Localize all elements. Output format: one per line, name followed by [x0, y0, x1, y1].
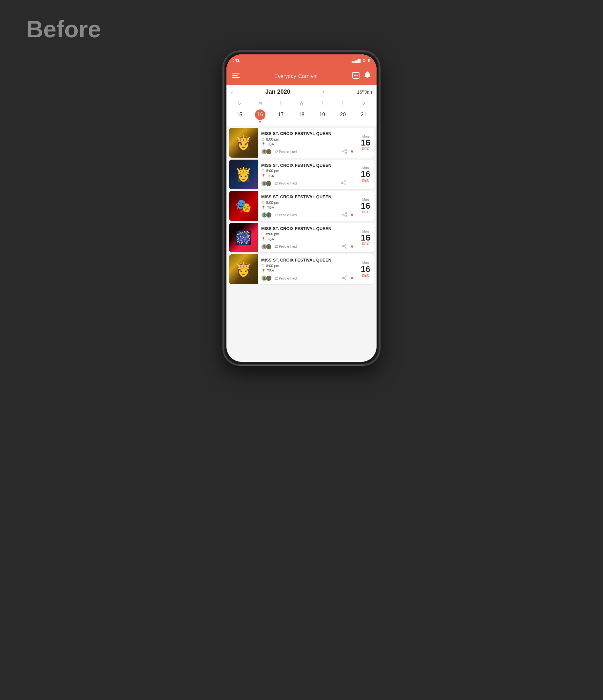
svg-rect-2 — [232, 77, 240, 78]
clock-icon-2: ⏱ — [261, 169, 265, 173]
svg-point-33 — [345, 279, 347, 280]
prev-month-button[interactable]: ‹ — [231, 89, 233, 95]
svg-rect-8 — [355, 75, 356, 76]
likes-text-3: 12 People liked — [274, 213, 297, 217]
action-icons-2: ♡ — [341, 180, 354, 186]
event-location-5: 📍 TBA — [261, 269, 354, 273]
day-label-w: W — [291, 100, 312, 106]
event-title-5: MISS ST. CROIX FESTIVAL QUEEN — [261, 257, 354, 263]
event-image-5 — [229, 254, 258, 284]
pin-icon-2: 📍 — [261, 174, 266, 178]
calendar-date-17[interactable]: 17 — [270, 107, 291, 123]
badge-num-2: 16 — [361, 170, 370, 178]
badge-num-5: 16 — [361, 265, 370, 273]
calendar-selected-date: 16thJan — [357, 89, 372, 95]
badge-month-2: DEC — [362, 178, 369, 182]
svg-line-30 — [344, 246, 346, 247]
event-card-5[interactable]: MISS ST. CROIX FESTIVAL QUEEN ⏱ 8:00 pm … — [229, 254, 374, 284]
like-button-4[interactable]: ♥ — [351, 244, 354, 250]
event-likes-1: 👤 👤 12 People liked — [261, 149, 297, 155]
svg-rect-7 — [354, 75, 355, 76]
hamburger-menu-icon[interactable] — [232, 71, 240, 80]
phone-screen: :41 ▂▄▆ ⊜ ▮ Everyday Carnival — [226, 54, 377, 362]
event-card-3[interactable]: MISS ST. CROIX FESTIVAL QUEEN ⏱ 8:00 pm … — [229, 191, 374, 221]
event-footer-2: 👤 👤 12 People liked — [261, 180, 354, 186]
svg-point-18 — [344, 184, 345, 185]
badge-month-3: DEC — [362, 210, 369, 214]
avatar-1b: 👤 — [266, 149, 272, 155]
calendar-date-16[interactable]: 16 — [250, 107, 270, 123]
event-location-2: 📍 TBA — [261, 174, 354, 178]
svg-line-25 — [344, 215, 346, 216]
likes-text-2: 12 People liked — [274, 181, 297, 185]
event-info-1: MISS ST. CROIX FESTIVAL QUEEN ⏱ 8:00 pm … — [258, 128, 357, 158]
event-card-2[interactable]: 👸 MISS ST. CROIX FESTIVAL QUEEN ⏱ 8:00 p… — [229, 159, 374, 190]
event-footer-4: 👤 👤 12 People liked — [261, 244, 354, 250]
event-footer-1: 👤 👤 12 People liked — [261, 149, 354, 155]
day-label-s2: S — [353, 100, 374, 106]
like-button-1[interactable]: ♥ — [351, 149, 354, 155]
phone-device: :41 ▂▄▆ ⊜ ▮ Everyday Carnival — [223, 51, 380, 647]
calendar-date-19[interactable]: 19 — [312, 107, 333, 123]
event-image-2: 👸 — [229, 159, 258, 190]
calendar-day-headers: S M T W T F S — [229, 100, 374, 106]
event-card-1[interactable]: MISS ST. CROIX FESTIVAL QUEEN ⏱ 8:00 pm … — [229, 128, 374, 158]
phone-content: ‹ Jan 2020 › 16thJan S M T W T F — [226, 85, 377, 362]
svg-point-28 — [345, 247, 347, 248]
badge-month-4: DEC — [362, 242, 369, 246]
pin-icon-4: 📍 — [261, 237, 266, 241]
wifi-icon: ⊜ — [362, 58, 366, 62]
event-title-4: MISS ST. CROIX FESTIVAL QUEEN — [261, 226, 354, 231]
calendar-icon[interactable] — [352, 71, 359, 80]
calendar-date-21[interactable]: 21 — [353, 107, 374, 123]
event-footer-3: 👤 👤 12 People liked — [261, 212, 354, 218]
event-likes-3: 👤 👤 12 People liked — [261, 212, 297, 218]
svg-line-15 — [344, 152, 346, 153]
event-date-badge-2: Mon 16 DEC — [357, 159, 374, 190]
event-card-4[interactable]: MISS ST. CROIX FESTIVAL QUEEN ⏱ 8:00 pm … — [229, 223, 374, 253]
share-icon-4[interactable] — [342, 244, 347, 250]
svg-point-13 — [345, 152, 347, 153]
svg-point-31 — [345, 276, 347, 277]
calendar-date-18[interactable]: 18 — [291, 107, 312, 123]
badge-num-1: 16 — [361, 138, 370, 147]
event-location-4: 📍 TBA — [261, 237, 354, 241]
like-button-2[interactable]: ♡ — [349, 180, 354, 186]
calendar-date-20[interactable]: 20 — [333, 107, 353, 123]
share-icon-1[interactable] — [342, 149, 347, 155]
like-button-3[interactable]: ♥ — [351, 212, 354, 218]
svg-rect-1 — [232, 75, 237, 76]
event-date-badge-3: Mon 16 DEC — [357, 191, 374, 221]
likes-text-4: 12 People liked — [274, 245, 297, 248]
event-time-5: ⏱ 8:00 pm — [261, 264, 354, 268]
clock-icon-5: ⏱ — [261, 264, 265, 268]
action-icons-3: ♥ — [342, 212, 354, 218]
next-month-button[interactable]: › — [323, 89, 325, 95]
svg-line-34 — [344, 277, 346, 278]
avatar-2b: 👤 — [266, 180, 272, 186]
event-title-3: MISS ST. CROIX FESTIVAL QUEEN — [261, 194, 354, 200]
avatars-1: 👤 👤 — [261, 149, 270, 155]
svg-line-19 — [342, 181, 344, 182]
event-location-1: 📍 TBA — [261, 142, 354, 147]
day-label-t2: T — [312, 100, 333, 106]
like-button-5[interactable]: ♥ — [351, 275, 354, 281]
status-bar: :41 ▂▄▆ ⊜ ▮ — [226, 54, 377, 66]
battery-icon: ▮ — [368, 58, 370, 62]
event-footer-5: 👤 👤 12 People liked — [261, 275, 354, 281]
avatar-5b: 👤 — [266, 275, 272, 281]
app-header: Everyday Carnival — [226, 66, 377, 85]
share-icon-2[interactable] — [341, 180, 346, 186]
events-list: MISS ST. CROIX FESTIVAL QUEEN ⏱ 8:00 pm … — [226, 126, 377, 362]
event-image-4 — [229, 223, 258, 253]
share-icon-5[interactable] — [342, 275, 347, 281]
calendar-date-15[interactable]: 15 — [229, 107, 250, 123]
svg-point-21 — [345, 212, 347, 214]
svg-rect-9 — [357, 75, 358, 76]
event-likes-4: 👤 👤 12 People liked — [261, 244, 297, 250]
signal-icon: ▂▄▆ — [352, 58, 360, 62]
bell-icon[interactable] — [364, 71, 371, 80]
share-icon-3[interactable] — [342, 212, 347, 218]
calendar-dates-row: 15 16 17 18 — [229, 107, 374, 123]
avatar-3b: 👤 — [266, 212, 272, 218]
